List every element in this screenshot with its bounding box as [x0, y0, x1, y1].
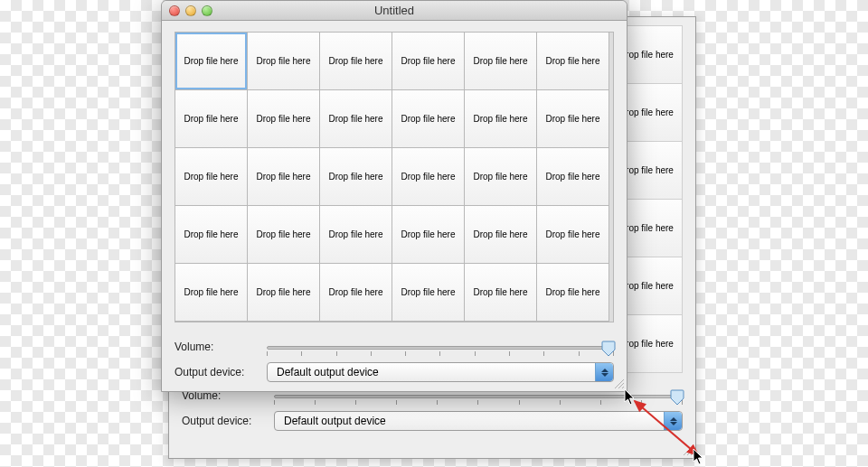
- titlebar[interactable]: Untitled: [162, 1, 627, 21]
- output-device-value: Default output device: [277, 366, 379, 378]
- minimize-icon[interactable]: [185, 5, 196, 16]
- output-device-label: Output device:: [175, 366, 258, 378]
- drop-cell[interactable]: Drop file here: [392, 32, 465, 90]
- drop-cell[interactable]: Drop file here: [319, 205, 392, 264]
- drop-cell[interactable]: Drop file here: [247, 89, 320, 148]
- drop-cell[interactable]: Drop file here: [536, 32, 609, 90]
- drop-cell[interactable]: Drop file here: [464, 205, 537, 264]
- svg-line-5: [622, 387, 624, 388]
- drop-cell[interactable]: Drop file here: [536, 89, 609, 148]
- drop-cell[interactable]: Drop file here: [464, 89, 537, 148]
- drop-cell[interactable]: Drop file here: [319, 263, 392, 322]
- drop-cell[interactable]: Drop file here: [392, 147, 465, 206]
- drop-cell[interactable]: Drop file here: [392, 89, 465, 148]
- drop-cell[interactable]: Drop file here: [175, 147, 248, 206]
- drop-cell[interactable]: Drop file here: [319, 32, 392, 90]
- drop-cell[interactable]: Drop file here: [247, 147, 320, 206]
- output-device-value: Default output device: [284, 415, 386, 427]
- drop-cell[interactable]: Drop file here: [247, 205, 320, 264]
- drop-cell[interactable]: Drop file here: [536, 263, 609, 322]
- foreground-window[interactable]: Untitled Drop file hereDrop file hereDro…: [161, 0, 627, 392]
- drop-cell[interactable]: Drop file here: [392, 263, 465, 322]
- resize-grip-icon[interactable]: [681, 444, 693, 456]
- select-stepper-icon: [664, 412, 682, 430]
- drop-cell[interactable]: Drop file here: [319, 89, 392, 148]
- svg-line-2: [691, 453, 693, 455]
- output-device-select[interactable]: Default output device: [274, 411, 683, 431]
- output-device-label: Output device:: [182, 415, 265, 427]
- drop-cell[interactable]: Drop file here: [319, 147, 392, 206]
- drop-cell[interactable]: Drop file here: [392, 205, 465, 264]
- drop-cell[interactable]: Drop file here: [247, 263, 320, 322]
- drop-cell[interactable]: Drop file here: [464, 263, 537, 322]
- drop-cell[interactable]: Drop file here: [536, 205, 609, 264]
- drop-cell[interactable]: Drop file here: [175, 32, 248, 90]
- drop-cell[interactable]: Drop file here: [464, 32, 537, 90]
- select-stepper-icon: [595, 363, 613, 381]
- volume-slider[interactable]: [267, 339, 614, 355]
- zoom-icon[interactable]: [202, 5, 212, 16]
- drop-cell[interactable]: Drop file here: [247, 32, 320, 90]
- volume-label: Volume:: [175, 341, 258, 353]
- resize-grip-icon[interactable]: [612, 377, 625, 389]
- close-icon[interactable]: [169, 5, 180, 16]
- drop-cell[interactable]: Drop file here: [175, 205, 248, 264]
- drop-cell[interactable]: Drop file here: [464, 147, 537, 206]
- drop-grid: Drop file hereDrop file hereDrop file he…: [175, 32, 614, 322]
- window-title: Untitled: [162, 4, 627, 17]
- slider-thumb-icon[interactable]: [601, 341, 616, 357]
- drop-cell[interactable]: Drop file here: [175, 89, 248, 148]
- drop-cell[interactable]: Drop file here: [536, 147, 609, 206]
- output-device-select[interactable]: Default output device: [267, 362, 614, 382]
- slider-thumb-icon[interactable]: [670, 389, 684, 406]
- drop-cell[interactable]: Drop file here: [175, 263, 248, 322]
